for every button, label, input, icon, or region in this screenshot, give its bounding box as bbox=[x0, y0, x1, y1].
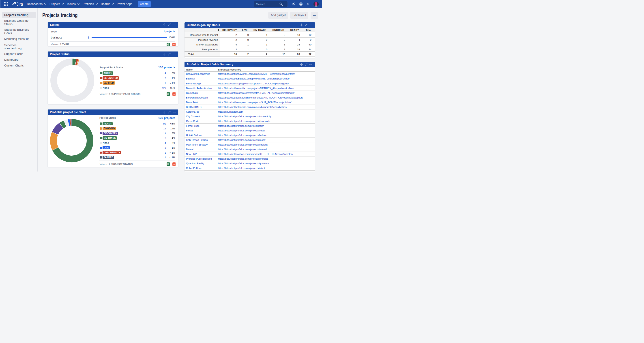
svg-text:PDF: PDF bbox=[173, 94, 175, 95]
svg-text:?: ? bbox=[300, 3, 302, 5]
svg-text:PDF: PDF bbox=[173, 164, 175, 165]
svg-text:PDF: PDF bbox=[173, 44, 175, 45]
